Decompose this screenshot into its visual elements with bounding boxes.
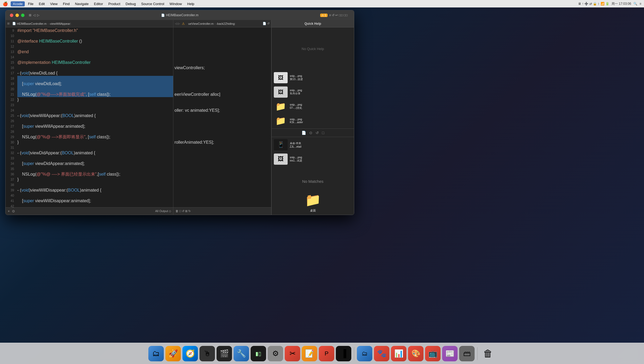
menubar: 🍎 Xcode File Edit View Find Navigate Edi…: [0, 0, 644, 7]
output-label[interactable]: All Output ◇: [155, 209, 171, 213]
dock-finder[interactable]: 🗂: [148, 346, 164, 361]
menubar-icons: 🖥 ↑ ➕ ⇄ 🔒 ⟊ 📶 🔋: [578, 2, 609, 6]
right-line-20: [174, 129, 271, 134]
thumb-black-1: 📱: [274, 139, 288, 150]
menu-window[interactable]: Window: [168, 1, 184, 6]
editor-bottom-bar: + ⊙ All Output ◇: [6, 207, 173, 215]
line-numbers: 9 10 11 12 13 14 15 16 17 18 19 20 21 22: [6, 27, 15, 207]
dock-app-yellow[interactable]: 📝: [302, 346, 317, 361]
right-tab-method: -back2Zhiding:: [216, 22, 235, 25]
thumb-folder-3: 📁: [274, 101, 288, 112]
menubar-menu-icon[interactable]: ≡: [639, 2, 641, 6]
code-line-11: @interface HEIMBaseController (): [17, 39, 173, 44]
right-code-area[interactable]: viewControllers; eenViewController alloc…: [173, 27, 271, 207]
filter-button[interactable]: ⊙: [12, 209, 15, 213]
dock-finder2[interactable]: 🗂: [357, 346, 372, 361]
menu-edit[interactable]: Edit: [37, 1, 47, 6]
no-quick-help-text: No Quick Help: [272, 27, 354, 70]
menu-file[interactable]: File: [26, 1, 36, 6]
dock: 🗂 🚀 🧭 🖱 🎬 🔧 ▮▯ ⚙ ✂ 📝 P ▐ 🗂 🐾 📊 🎨 📺 📰 🗃 🗑: [0, 343, 644, 364]
menubar-search[interactable]: 🔍: [633, 2, 637, 6]
code-line-20: [17, 86, 173, 92]
right-line-19: [174, 124, 271, 129]
code-line-35: [17, 166, 173, 172]
thumb-label-3: snip....png07-...(优化: [290, 103, 302, 110]
nav-forward[interactable]: ▷: [37, 13, 39, 17]
menu-source-control[interactable]: Source Control: [139, 1, 166, 6]
qh-tool-1[interactable]: 📄: [301, 131, 306, 135]
dock-safari[interactable]: 🧭: [182, 346, 198, 361]
dock-app-red-1[interactable]: ✂: [285, 346, 300, 361]
menu-navigate[interactable]: Navigate: [73, 1, 91, 6]
dock-app-video[interactable]: 📺: [425, 346, 441, 361]
nav-back[interactable]: ◁: [33, 13, 35, 17]
code-line-13: @end: [17, 49, 173, 55]
dock-app-paw[interactable]: 🐾: [374, 346, 389, 361]
dock-mouse[interactable]: 🖱: [199, 346, 215, 361]
nav-toggle[interactable]: ⊞: [29, 13, 31, 17]
xcode-outer-container: ⊞ ◁ ▷ 📄 HEIMBaseController.m ⚠ 1 ≡ ↺ ↩ □…: [0, 7, 644, 343]
qh-tool-4[interactable]: □: [322, 131, 324, 135]
thumb-row-1: 🖼 snip....png第13...业进: [274, 72, 352, 83]
dock-app-purple[interactable]: 📰: [442, 346, 458, 361]
menu-editor[interactable]: Editor: [92, 1, 105, 6]
code-line-30: }: [17, 140, 173, 145]
dock-xcode[interactable]: 🔧: [234, 346, 249, 361]
dock-app-red-2[interactable]: P: [319, 346, 334, 361]
code-content: #import "HEIMBaseController.h" @interfac…: [15, 27, 173, 207]
right-line-2: [174, 33, 271, 39]
left-file-tab[interactable]: 📄 HEIMBaseController.m › -viewWillAppear…: [11, 21, 72, 26]
dock-quicktime[interactable]: 🎬: [217, 346, 232, 361]
qh-tool-2[interactable]: ⊙: [309, 131, 312, 135]
dock-app-design[interactable]: 🎨: [408, 346, 423, 361]
code-line-12: [17, 44, 173, 49]
thumb-label-1: snip....png第13...业进: [290, 75, 303, 81]
left-editor-pane: ⊞ 📄 HEIMBaseController.m › -viewWillAppe…: [6, 20, 173, 215]
dock-app-gray[interactable]: 🗃: [459, 346, 475, 361]
minimize-button[interactable]: [15, 14, 19, 17]
code-line-42: [17, 204, 173, 207]
add-file-button[interactable]: +: [8, 209, 10, 213]
close-button[interactable]: [10, 14, 13, 17]
menu-view[interactable]: View: [48, 1, 60, 6]
dock-terminal[interactable]: ▮▯: [251, 346, 266, 361]
qh-thumb-area-2: 📱 未命·件夹ZJL...etail 🖼 snip....pngios1...试…: [272, 137, 354, 167]
menu-find[interactable]: Find: [61, 1, 72, 6]
code-line-14: [17, 55, 173, 60]
right-line-13: eenViewController alloc]: [174, 92, 271, 97]
menu-product[interactable]: Product: [106, 1, 123, 6]
right-line-18: [174, 118, 271, 124]
right-file-tab[interactable]: ueViewController.m › -back2Zhiding:: [187, 22, 237, 26]
right-pane-nav[interactable]: ◁ ▷: [175, 22, 180, 25]
quick-help-content: No Quick Help 🖼 snip....png第13...业进 🖼 sn…: [272, 27, 354, 215]
quick-help-title: Quick Help: [304, 22, 321, 26]
menu-help[interactable]: Help: [185, 1, 197, 6]
dock-launchpad[interactable]: 🚀: [165, 346, 181, 361]
desktop-folder-item: 📁 桌面: [305, 193, 321, 213]
quick-help-panel: Quick Help No Quick Help 🖼 snip....png第1…: [271, 20, 354, 215]
code-line-32: - (void)viewDidAppear:(BOOL)animated {: [17, 150, 173, 156]
breadcrumb-sep: ›: [47, 22, 48, 25]
maximize-button[interactable]: [21, 14, 25, 17]
qh-tool-3[interactable]: ↺: [316, 131, 319, 135]
thumb-label-5: 未命·件夹ZJL...etail: [290, 142, 301, 148]
right-editor-pane: ◁ ▷ ⚠ ueViewController.m › -back2Zhiding…: [173, 20, 271, 215]
no-matches-text: No Matches: [302, 179, 323, 184]
right-line-6: [174, 55, 271, 60]
qh-mid-toolbar: 📄 ⊙ ↺ □: [272, 129, 354, 137]
dock-trash[interactable]: 🗑: [480, 346, 496, 361]
dock-app-black[interactable]: ▐: [336, 346, 351, 361]
code-line-23: [17, 102, 173, 108]
dock-system-prefs[interactable]: ⚙: [268, 346, 283, 361]
apple-menu[interactable]: 🍎: [3, 1, 8, 6]
right-pane-toolbar[interactable]: 🗑 □ ↺ ⊞ ↻: [176, 209, 191, 213]
alert-badge: ⚠ 1: [320, 14, 327, 17]
code-line-25: - (void)viewWillAppear:(BOOL)animated {: [17, 113, 173, 118]
left-code-area[interactable]: 9 10 11 12 13 14 15 16 17 18 19 20 21 22: [6, 27, 173, 207]
dock-app-chart[interactable]: 📊: [391, 346, 406, 361]
right-pane-actions[interactable]: 📄 ↺: [263, 22, 270, 25]
toolbar-icons[interactable]: ≡ ↺ ↩ □□ □□: [329, 13, 348, 17]
menu-xcode[interactable]: Xcode: [11, 1, 25, 6]
menu-debug[interactable]: Debug: [124, 1, 138, 6]
warning-icon: ⚠: [182, 22, 185, 26]
